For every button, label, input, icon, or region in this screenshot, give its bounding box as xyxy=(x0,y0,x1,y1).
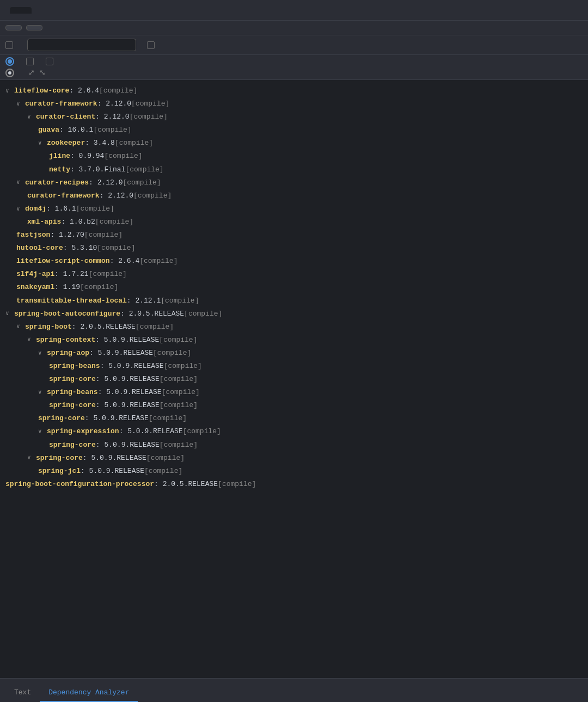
node-row[interactable]: spring-core : 5.0.9.RELEASE [compile] xyxy=(5,373,583,386)
node-row[interactable]: ∨ liteflow-core : 2.6.4 [compile] xyxy=(5,84,583,97)
dep-name: spring-beans xyxy=(49,360,100,372)
tree-node: ∨ spring-core : 5.0.9.RELEASE [compile] xyxy=(5,452,583,465)
node-row[interactable]: spring-core : 5.0.9.RELEASE [compile] xyxy=(5,439,583,452)
node-row[interactable]: ∨ curator-framework : 2.12.0 [compile] xyxy=(5,97,583,110)
node-row[interactable]: fastjson : 1.2.70 [compile] xyxy=(5,229,583,242)
node-row[interactable]: transmittable-thread-local : 2.12.1 [com… xyxy=(5,294,583,307)
tree-node: transmittable-thread-local : 2.12.1 [com… xyxy=(5,294,583,307)
node-row[interactable]: slf4j-api : 1.7.21 [compile] xyxy=(5,268,583,281)
collapse-all-icon[interactable]: ⤡ xyxy=(39,68,46,77)
node-row[interactable]: spring-core : 5.0.9.RELEASE [compile] xyxy=(5,412,583,425)
node-row[interactable]: snakeyaml : 1.19 [compile] xyxy=(5,281,583,294)
reimport-button[interactable] xyxy=(26,25,42,30)
dep-version: : 3.7.0.Final xyxy=(70,164,125,176)
dep-name: curator-recipes xyxy=(25,177,89,189)
node-row[interactable]: ∨ zookeeper : 3.4.8 [compile] xyxy=(5,137,583,150)
conflicts-checkbox-label[interactable] xyxy=(5,41,16,49)
dep-scope: [compile] xyxy=(160,373,198,385)
node-row[interactable]: xml-apis : 1.0.b2 [compile] xyxy=(5,215,583,229)
collapse-icon[interactable]: ∨ xyxy=(16,204,25,214)
node-row[interactable]: ∨ spring-boot : 2.0.5.RELEASE [compile] xyxy=(5,321,583,334)
dep-name: spring-core xyxy=(36,452,83,464)
collapse-icon[interactable]: ∨ xyxy=(16,99,25,109)
search-input[interactable] xyxy=(27,39,136,51)
tree-node: netty : 3.7.0.Final [compile] xyxy=(5,163,583,176)
node-row[interactable]: ∨ dom4j : 1.6.1 [compile] xyxy=(5,202,583,215)
expand-icons: ⤢ ⤡ xyxy=(28,68,46,77)
collapse-icon[interactable]: ∨ xyxy=(38,427,47,437)
dep-version: : 16.0.1 xyxy=(59,124,93,136)
dep-version: : 2.6.4 xyxy=(69,85,99,97)
tree-node: spring-beans : 5.0.9.RELEASE [compile] xyxy=(5,360,583,373)
bottom-tab-dependency-analyzer[interactable]: Dependency Analyzer xyxy=(40,684,138,702)
collapse-icon[interactable]: ∨ xyxy=(27,112,36,122)
conflicts-checkbox[interactable] xyxy=(5,41,13,49)
collapse-icon[interactable]: ∨ xyxy=(27,453,36,463)
dep-version: : 3.4.8 xyxy=(85,137,115,149)
collapse-icon[interactable]: ∨ xyxy=(16,322,25,332)
dep-name: zookeeper xyxy=(47,137,85,149)
dep-name: guava xyxy=(38,124,59,136)
radio-circle-filled xyxy=(5,57,14,66)
node-row[interactable]: spring-core : 5.0.9.RELEASE [compile] xyxy=(5,399,583,412)
dep-version: : 1.2.70 xyxy=(50,229,84,241)
tree-node: ∨ spring-aop : 5.0.9.RELEASE [compile] xyxy=(5,347,583,360)
refresh-ui-button[interactable] xyxy=(5,25,22,30)
editor-tab[interactable] xyxy=(10,7,32,14)
all-deps-tree-radio[interactable] xyxy=(5,69,17,77)
dep-scope: [compile] xyxy=(122,177,161,189)
collapse-icon[interactable]: ∨ xyxy=(5,86,14,96)
dep-version: : 5.0.9.RELEASE xyxy=(89,347,153,359)
node-row[interactable]: ∨ spring-context : 5.0.9.RELEASE [compil… xyxy=(5,334,583,347)
node-row[interactable]: jline : 0.9.94 [compile] xyxy=(5,150,583,163)
node-row[interactable]: spring-boot-configuration-processor : 2.… xyxy=(5,478,583,491)
collapse-icon[interactable]: ∨ xyxy=(5,309,14,319)
bottom-bar: TextDependency Analyzer xyxy=(0,678,588,702)
tree-node: ∨ dom4j : 1.6.1 [compile] xyxy=(5,202,583,215)
tree-node: ∨ curator-framework : 2.12.0 [compile] xyxy=(5,97,583,110)
filter-checkbox[interactable] xyxy=(147,41,155,49)
dep-scope: [compile] xyxy=(144,465,182,477)
dep-version: : 1.7.21 xyxy=(54,268,88,280)
tree-content[interactable]: ∨ liteflow-core : 2.6.4 [compile]∨ curat… xyxy=(0,80,588,678)
tree-node: slf4j-api : 1.7.21 [compile] xyxy=(5,268,583,281)
node-row[interactable]: curator-framework : 2.12.0 [compile] xyxy=(5,189,583,202)
node-row[interactable]: guava : 16.0.1 [compile] xyxy=(5,124,583,137)
dep-name: spring-core xyxy=(49,399,96,411)
node-row[interactable]: ∨ spring-beans : 5.0.9.RELEASE [compile] xyxy=(5,386,583,399)
dep-version: : 2.0.5.RELEASE xyxy=(120,308,184,320)
node-row[interactable]: ∨ spring-expression : 5.0.9.RELEASE [com… xyxy=(5,425,583,438)
collapse-icon[interactable]: ∨ xyxy=(38,348,47,359)
expand-all-icon[interactable]: ⤢ xyxy=(28,68,35,77)
node-row[interactable]: ∨ spring-aop : 5.0.9.RELEASE [compile] xyxy=(5,347,583,360)
node-row[interactable]: netty : 3.7.0.Final [compile] xyxy=(5,163,583,176)
dep-version: : 5.0.9.RELEASE xyxy=(98,386,162,398)
show-size-label[interactable] xyxy=(46,58,57,65)
tree-node: ∨ curator-recipes : 2.12.0 [compile] xyxy=(5,176,583,189)
collapse-icon[interactable]: ∨ xyxy=(38,138,47,149)
collapse-icon[interactable]: ∨ xyxy=(16,177,25,188)
dep-version: : 5.0.9.RELEASE xyxy=(96,373,160,385)
node-row[interactable]: hutool-core : 5.3.10 [compile] xyxy=(5,242,583,255)
tree-node: spring-core : 5.0.9.RELEASE [compile] xyxy=(5,412,583,425)
node-row[interactable]: liteflow-script-common : 2.6.4 [compile] xyxy=(5,255,583,268)
dep-name: spring-core xyxy=(38,412,85,424)
all-deps-list-radio[interactable] xyxy=(5,57,17,66)
filter-label[interactable] xyxy=(147,41,158,49)
bottom-tab-text[interactable]: Text xyxy=(5,684,40,702)
collapse-icon[interactable]: ∨ xyxy=(27,335,36,345)
show-group-id-checkbox[interactable] xyxy=(26,58,34,65)
show-group-id-label[interactable] xyxy=(26,58,37,65)
show-size-checkbox[interactable] xyxy=(46,58,53,65)
tree-node: ∨ spring-beans : 5.0.9.RELEASE [compile] xyxy=(5,386,583,399)
node-row[interactable]: spring-beans : 5.0.9.RELEASE [compile] xyxy=(5,360,583,373)
node-row[interactable]: spring-jcl : 5.0.9.RELEASE [compile] xyxy=(5,465,583,478)
collapse-icon[interactable]: ∨ xyxy=(38,387,47,398)
dep-scope: [compile] xyxy=(183,426,221,438)
node-row[interactable]: ∨ spring-boot-autoconfigure : 2.0.5.RELE… xyxy=(5,307,583,321)
tree-node: ∨ spring-expression : 5.0.9.RELEASE [com… xyxy=(5,425,583,438)
dep-version: : 1.19 xyxy=(54,281,80,293)
node-row[interactable]: ∨ curator-client : 2.12.0 [compile] xyxy=(5,110,583,124)
node-row[interactable]: ∨ curator-recipes : 2.12.0 [compile] xyxy=(5,176,583,189)
node-row[interactable]: ∨ spring-core : 5.0.9.RELEASE [compile] xyxy=(5,452,583,465)
